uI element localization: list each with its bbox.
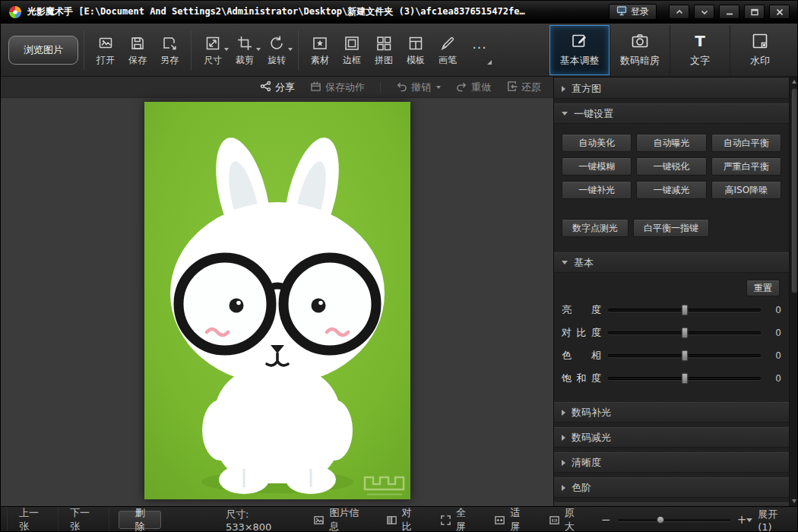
restore-label: 还原	[521, 81, 541, 94]
close-button[interactable]	[769, 5, 790, 19]
undo-button[interactable]: 撤销	[396, 81, 441, 94]
rabbit-illustration	[144, 102, 410, 499]
login-button[interactable]: 登录	[609, 4, 657, 20]
image-info-button[interactable]: 图片信息	[313, 506, 364, 532]
section-clarity-label: 清晰度	[572, 456, 601, 470]
save-as-button[interactable]: 另存	[154, 28, 185, 72]
toolbar-separator	[84, 30, 84, 70]
template-button[interactable]: 模板	[400, 28, 432, 72]
contrast-row: 对比度 0	[554, 321, 789, 344]
section-histogram-label: 直方图	[572, 82, 601, 96]
section-digital-fill-light[interactable]: 数码补光	[554, 402, 789, 423]
saturation-value: 0	[768, 373, 781, 384]
expand-filmstrip-button[interactable]: 展开(1)	[746, 508, 788, 532]
crop-button[interactable]: 裁剪	[229, 28, 261, 72]
minimize-button[interactable]	[719, 5, 739, 19]
compare-button[interactable]: 对比	[386, 506, 419, 532]
one-key-fill-light-button[interactable]: 一键补光	[562, 181, 632, 199]
status-bar: 上一张 下一张 删除 尺寸: 533×800 图片信息 对比 全屏	[1, 506, 797, 532]
scroll-up-icon[interactable]	[790, 77, 798, 87]
open-button[interactable]: 打开	[90, 28, 122, 72]
zoom-out-button[interactable]: −	[601, 515, 611, 526]
white-balance-picker-button[interactable]: 白平衡一指键	[633, 219, 709, 237]
maximize-button[interactable]	[744, 5, 765, 19]
more-icon: ···	[472, 44, 486, 52]
photo-image[interactable]	[144, 102, 410, 499]
section-levels[interactable]: 色阶	[554, 477, 789, 498]
delete-button[interactable]: 删除	[119, 511, 161, 529]
severe-white-balance-button[interactable]: 严重白平衡	[711, 157, 781, 176]
share-label: 分享	[275, 81, 295, 94]
brush-button[interactable]: 画笔	[432, 28, 464, 72]
share-icon	[260, 81, 271, 94]
previous-image-button[interactable]: 上一张	[7, 507, 59, 532]
reset-button[interactable]: 重置	[746, 280, 780, 296]
auto-exposure-button[interactable]: 自动曝光	[636, 134, 706, 152]
share-button[interactable]: 分享	[260, 81, 295, 94]
next-image-button[interactable]: 下一张	[59, 507, 109, 532]
zoom-in-button[interactable]: +	[737, 515, 747, 526]
restore-button[interactable]: 还原	[506, 81, 541, 94]
fullscreen-icon	[440, 515, 451, 526]
one-key-sharpen-button[interactable]: 一键锐化	[636, 157, 706, 176]
panel-scrollbar[interactable]	[789, 77, 798, 506]
hue-row: 色相 0	[554, 344, 789, 367]
contrast-slider-thumb[interactable]	[681, 328, 688, 339]
tab-basic-adjust-label: 基本调整	[560, 54, 600, 68]
tab-digital-darkroom[interactable]: 数码暗房	[610, 25, 670, 75]
zoom-slider[interactable]	[618, 519, 730, 521]
hue-slider[interactable]	[608, 354, 761, 357]
save-button[interactable]: 保存	[122, 28, 154, 72]
scrollbar-thumb[interactable]	[791, 88, 798, 293]
auto-beautify-button[interactable]: 自动美化	[562, 134, 632, 152]
material-button[interactable]: 素材	[304, 28, 336, 72]
expanded-arrow-icon	[562, 112, 568, 116]
material-label: 素材	[311, 55, 329, 65]
original-size-label: 原大	[565, 506, 581, 532]
brightness-slider[interactable]	[608, 309, 761, 312]
save-label: 保存	[128, 55, 147, 65]
scroll-down-icon[interactable]	[790, 496, 798, 506]
brightness-slider-thumb[interactable]	[681, 305, 688, 316]
section-clarity[interactable]: 清晰度	[554, 452, 789, 473]
collage-button[interactable]: 拼图	[368, 28, 400, 72]
section-basic-header[interactable]: 基本	[554, 252, 789, 273]
toolbar-separator	[191, 30, 192, 70]
digital-spot-metering-button[interactable]: 数字点测光	[562, 219, 629, 237]
tab-basic-adjust[interactable]: 基本调整	[549, 25, 610, 75]
resize-button[interactable]: 尺寸	[197, 28, 229, 72]
titlebar-down-arrow-button[interactable]	[694, 5, 714, 19]
fullscreen-button[interactable]: 全屏	[440, 506, 473, 532]
dropdown-arrow-icon	[288, 48, 293, 51]
saturation-slider[interactable]	[608, 377, 761, 380]
hue-slider-thumb[interactable]	[681, 350, 688, 362]
browse-images-button[interactable]: 浏览图片	[8, 36, 78, 65]
high-iso-denoise-button[interactable]: 高ISO降噪	[711, 181, 781, 199]
border-button[interactable]: 边框	[336, 28, 368, 72]
collapsed-arrow-icon	[562, 86, 565, 92]
collapsed-arrow-icon	[562, 485, 565, 491]
section-digital-reduce-light[interactable]: 数码减光	[554, 427, 789, 448]
titlebar-up-arrow-button[interactable]	[669, 5, 689, 19]
fit-screen-button[interactable]: 适屏	[494, 506, 527, 532]
save-action-button[interactable]: 保存动作	[310, 81, 365, 94]
saturation-slider-thumb[interactable]	[681, 373, 688, 385]
tab-watermark[interactable]: 水印	[730, 25, 790, 75]
one-key-blur-button[interactable]: 一键模糊	[562, 157, 632, 176]
zoom-slider-thumb[interactable]	[657, 516, 664, 524]
section-histogram[interactable]: 直方图	[554, 78, 789, 99]
original-size-button[interactable]: 原大	[549, 506, 581, 532]
section-basic: 基本 重置 亮度 0 对比度 0 色相 0	[554, 252, 789, 397]
redo-button[interactable]: 重做	[456, 81, 491, 94]
contrast-slider[interactable]	[608, 331, 761, 334]
more-tools-button[interactable]: ···	[464, 28, 496, 72]
section-digital-reduce-light-label: 数码减光	[572, 431, 611, 445]
tab-text[interactable]: T 文字	[670, 25, 730, 75]
auto-white-balance-button[interactable]: 自动白平衡	[711, 134, 781, 152]
editor-canvas	[1, 98, 553, 506]
image-size-label: 尺寸: 533×800	[226, 508, 293, 532]
one-key-dim-light-button[interactable]: 一键减光	[636, 181, 706, 199]
section-onekey-header[interactable]: 一键设置	[554, 103, 789, 124]
tab-text-label: 文字	[690, 54, 710, 68]
rotate-button[interactable]: 旋转	[261, 28, 293, 72]
